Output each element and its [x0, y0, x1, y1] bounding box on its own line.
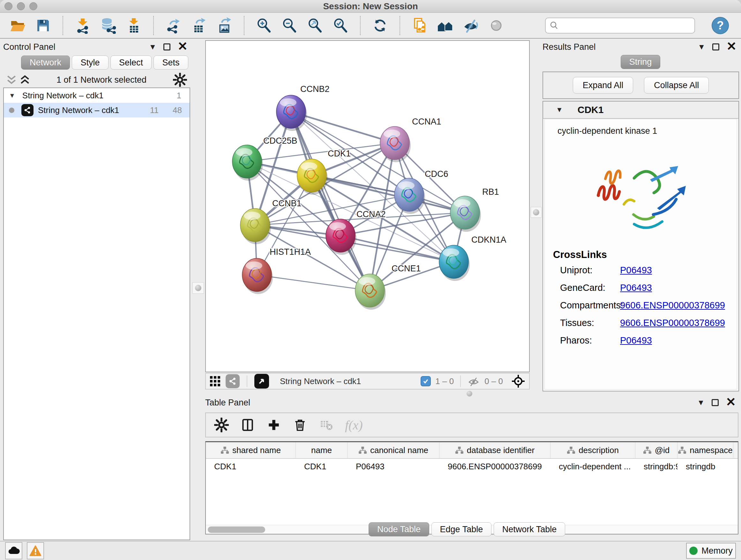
network-node-CCNE1[interactable]: CCNE1: [355, 264, 421, 310]
import-network-database-icon[interactable]: [99, 17, 117, 34]
float-panel-icon[interactable]: [163, 44, 171, 51]
search-input[interactable]: [561, 20, 690, 31]
crosslink-uniprot[interactable]: P06493: [620, 265, 652, 275]
left-splitter-handle[interactable]: [192, 282, 204, 294]
panel-menu-icon[interactable]: ▼: [697, 43, 705, 51]
network-row[interactable]: String Network – cdk1 11 48: [4, 103, 190, 118]
export-network-icon[interactable]: [165, 17, 182, 34]
float-panel-icon[interactable]: [712, 44, 719, 51]
float-panel-icon[interactable]: [712, 399, 719, 406]
memory-button[interactable]: Memory: [686, 543, 736, 559]
column-header-description[interactable]: description: [550, 442, 635, 458]
save-session-icon[interactable]: [35, 17, 52, 34]
cloud-status-button[interactable]: [5, 542, 22, 559]
tab-node-table[interactable]: Node Table: [368, 522, 429, 537]
import-network-file-icon[interactable]: [74, 17, 91, 34]
table-options-gear-icon[interactable]: [214, 418, 229, 432]
collapse-all-icon[interactable]: [6, 74, 17, 85]
column-header--id[interactable]: @id: [635, 442, 677, 458]
zoom-out-icon[interactable]: [281, 17, 298, 34]
section-expander-icon[interactable]: ▼: [556, 106, 563, 113]
node-section-header[interactable]: ▼ CDK1: [543, 102, 738, 119]
delete-column-icon[interactable]: [293, 418, 307, 432]
table-row[interactable]: CDK1CDK1P064939606.ENSP00000378699cyclin…: [206, 459, 738, 474]
network-node-CDKN1A[interactable]: CDKN1A: [439, 235, 507, 281]
selected-checkbox-icon[interactable]: [421, 376, 431, 386]
zoom-in-icon[interactable]: [255, 17, 273, 34]
collection-expander-icon[interactable]: ▼: [9, 92, 15, 99]
import-table-icon[interactable]: [125, 17, 142, 34]
detach-view-icon[interactable]: [254, 374, 269, 388]
right-splitter-handle[interactable]: [531, 207, 542, 218]
column-mapped-icon: [567, 446, 576, 454]
birdseye-share-icon[interactable]: [226, 374, 240, 388]
table-cell[interactable]: stringdb:9...: [635, 462, 677, 472]
fit-selected-crosshair-icon[interactable]: [511, 374, 525, 388]
table-cell[interactable]: CDK1: [206, 462, 296, 472]
open-session-icon[interactable]: [9, 17, 26, 34]
control-panel-tabs: Network Style Select Sets: [21, 56, 190, 70]
panel-menu-icon[interactable]: ▼: [149, 43, 156, 51]
tab-style[interactable]: Style: [72, 56, 108, 70]
network-edge[interactable]: [340, 236, 454, 262]
network-node-RB1[interactable]: RB1: [450, 187, 499, 232]
hide-selection-eye-icon[interactable]: [462, 17, 479, 34]
table-header-row: shared namenamecanonical namedatabase id…: [206, 442, 738, 459]
tab-edge-table[interactable]: Edge Table: [431, 522, 492, 537]
expand-all-icon[interactable]: [20, 74, 30, 85]
network-node-HIST1H1A[interactable]: HIST1H1A: [242, 247, 311, 294]
network-status-dot: [9, 108, 14, 113]
add-column-icon[interactable]: [266, 418, 281, 432]
tab-sets[interactable]: Sets: [153, 56, 188, 70]
column-mapped-icon: [455, 446, 464, 454]
search-box[interactable]: [545, 17, 695, 34]
column-header-canonical-name[interactable]: canonical name: [347, 442, 440, 458]
export-table-icon[interactable]: [190, 17, 207, 34]
crosslink-compartments[interactable]: 9606.ENSP00000378699: [620, 300, 725, 311]
network-node-CCNB1[interactable]: CCNB1: [240, 199, 301, 244]
network-node-CDC25B[interactable]: CDC25B: [232, 136, 297, 181]
network-node-CCNA1[interactable]: CCNA1: [380, 117, 441, 162]
export-image-icon[interactable]: [216, 17, 233, 34]
column-header-database-identifier[interactable]: database identifier: [440, 442, 550, 458]
table-cell[interactable]: CDK1: [296, 462, 347, 472]
close-panel-icon[interactable]: ✕: [726, 396, 736, 408]
network-canvas[interactable]: CCNB2CCNA1CDC25BCDK1CDC6RB1CCNB1CCNA2CDK…: [206, 41, 529, 372]
grid-view-icon[interactable]: [210, 376, 220, 387]
show-columns-icon[interactable]: [240, 418, 255, 432]
panel-menu-icon[interactable]: ▼: [697, 399, 704, 407]
table-cell[interactable]: 9606.ENSP00000378699: [440, 462, 550, 472]
tab-string[interactable]: String: [621, 55, 661, 69]
crosslink-pharos[interactable]: P06493: [620, 335, 652, 346]
expand-all-button[interactable]: Expand All: [573, 77, 633, 94]
close-panel-icon[interactable]: ✕: [178, 40, 188, 52]
network-edge[interactable]: [291, 112, 370, 291]
node-label: CDC25B: [263, 136, 297, 145]
clone-network-icon[interactable]: [411, 17, 428, 34]
zoom-fit-icon[interactable]: [307, 17, 324, 34]
warning-button[interactable]: [27, 542, 44, 559]
column-header-shared-name[interactable]: shared name: [206, 442, 296, 458]
scrollbar-thumb[interactable]: [208, 526, 265, 533]
close-panel-icon[interactable]: ✕: [726, 40, 737, 52]
network-edge[interactable]: [257, 275, 370, 291]
column-header-namespace[interactable]: namespace: [677, 442, 733, 458]
crosslink-genecard[interactable]: P06493: [620, 283, 652, 293]
collapse-all-button[interactable]: Collapse All: [644, 77, 709, 94]
collection-label: String Network – cdk1: [22, 91, 104, 101]
tab-network-table[interactable]: Network Table: [494, 522, 565, 537]
network-options-gear-icon[interactable]: [173, 73, 187, 87]
zoom-selected-icon[interactable]: [332, 17, 349, 34]
tab-select[interactable]: Select: [111, 56, 151, 70]
column-header-name[interactable]: name: [296, 442, 347, 458]
refresh-icon[interactable]: [372, 17, 389, 34]
crosslink-tissues[interactable]: 9606.ENSP00000378699: [620, 318, 725, 328]
network-collection-row[interactable]: ▼ String Network – cdk1 1: [4, 88, 190, 103]
help-icon[interactable]: ?: [712, 17, 729, 34]
network-node-CCNB2[interactable]: CCNB2: [276, 84, 330, 131]
home-networks-icon[interactable]: [436, 17, 454, 34]
table-cell[interactable]: P06493: [347, 462, 440, 472]
table-cell[interactable]: cyclin-dependent ...: [550, 462, 635, 472]
table-cell[interactable]: stringdb: [677, 462, 733, 472]
tab-network[interactable]: Network: [21, 56, 70, 70]
